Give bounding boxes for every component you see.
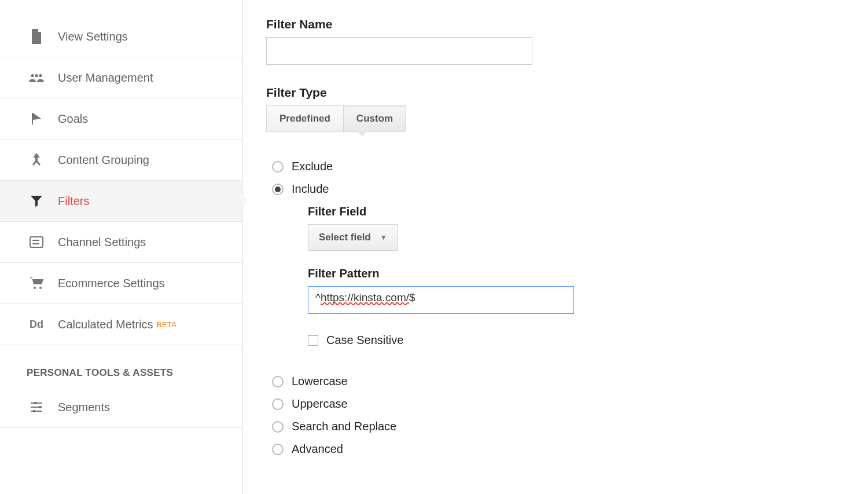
sidebar-item-label: Calculated Metrics <box>58 318 153 331</box>
filter-field-label: Filter Field <box>308 205 845 218</box>
radio-icon <box>272 398 284 410</box>
filter-name-input[interactable] <box>266 37 532 65</box>
svg-point-4 <box>34 287 36 289</box>
page-icon <box>29 29 44 44</box>
sidebar-item-label: Segments <box>58 401 110 414</box>
svg-rect-3 <box>30 237 43 247</box>
radio-label: Include <box>292 182 329 196</box>
filter-type-label: Filter Type <box>266 86 845 100</box>
sidebar-item-ecommerce-settings[interactable]: Ecommerce Settings <box>0 263 242 304</box>
svg-point-0 <box>31 74 34 77</box>
section-header-personal: PERSONAL TOOLS & ASSETS <box>0 345 242 387</box>
sidebar-item-channel-settings[interactable]: Channel Settings <box>0 222 242 263</box>
radio-exclude[interactable]: Exclude <box>272 160 845 173</box>
sidebar-item-segments[interactable]: Segments <box>0 387 242 428</box>
sidebar-item-content-grouping[interactable]: Content Grouping <box>0 140 242 181</box>
main-content: Filter Name Filter Type Predefined Custo… <box>243 0 868 494</box>
sidebar: View Settings User Management Goals Cont… <box>0 0 243 494</box>
funnel-icon <box>29 193 44 208</box>
radio-label: Exclude <box>292 160 333 173</box>
svg-rect-6 <box>34 402 36 404</box>
radio-search-replace[interactable]: Search and Replace <box>272 420 845 433</box>
sidebar-item-label: Ecommerce Settings <box>58 277 165 290</box>
radio-icon <box>272 421 284 433</box>
caret-down-icon: ▼ <box>380 233 387 241</box>
sidebar-item-label: View Settings <box>58 30 128 43</box>
beta-badge: BETA <box>157 320 177 329</box>
sidebar-item-label: Goals <box>58 112 88 126</box>
svg-point-1 <box>35 74 38 77</box>
radio-icon <box>272 444 284 455</box>
sidebar-item-label: User Management <box>58 71 153 85</box>
merge-icon <box>29 152 44 167</box>
svg-point-2 <box>39 74 42 77</box>
filter-field-select[interactable]: Select field ▼ <box>308 224 398 251</box>
checkbox-label: Case Sensitive <box>326 334 403 347</box>
sidebar-item-user-management[interactable]: User Management <box>0 57 242 98</box>
segments-icon <box>29 400 44 415</box>
filter-name-label: Filter Name <box>266 17 845 31</box>
checkbox-icon <box>308 335 318 346</box>
cart-icon <box>29 276 44 291</box>
radio-uppercase[interactable]: Uppercase <box>272 397 845 411</box>
sidebar-item-goals[interactable]: Goals <box>0 98 242 140</box>
svg-point-5 <box>39 287 42 289</box>
svg-rect-7 <box>39 406 41 408</box>
svg-rect-8 <box>33 410 35 412</box>
dd-icon: Dd <box>29 317 44 332</box>
radio-label: Uppercase <box>292 397 348 411</box>
case-sensitive-checkbox[interactable]: Case Sensitive <box>308 334 845 347</box>
radio-icon <box>272 376 284 387</box>
radio-include[interactable]: Include <box>272 182 845 196</box>
radio-icon <box>272 161 284 173</box>
tab-custom[interactable]: Custom <box>343 105 406 132</box>
flag-icon <box>29 111 44 126</box>
sidebar-item-label: Channel Settings <box>58 236 146 249</box>
radio-lowercase[interactable]: Lowercase <box>272 375 845 388</box>
tab-predefined[interactable]: Predefined <box>266 105 343 132</box>
filter-pattern-input[interactable]: ^https://kinsta.com/$ <box>308 286 574 314</box>
radio-icon <box>272 184 284 195</box>
sidebar-item-filters[interactable]: Filters <box>0 181 242 222</box>
radio-label: Search and Replace <box>292 420 396 433</box>
tab-arrow-icon <box>356 131 368 137</box>
sidebar-item-calculated-metrics[interactable]: Dd Calculated Metrics BETA <box>0 304 242 345</box>
radio-advanced[interactable]: Advanced <box>272 442 845 456</box>
channel-icon <box>29 235 44 250</box>
sidebar-item-view-settings[interactable]: View Settings <box>0 16 242 57</box>
sidebar-item-label: Filters <box>58 195 89 208</box>
filter-type-tabs: Predefined Custom <box>266 105 845 132</box>
filter-pattern-label: Filter Pattern <box>308 267 845 280</box>
select-value: Select field <box>319 232 371 243</box>
users-icon <box>29 70 44 85</box>
radio-label: Lowercase <box>292 375 348 388</box>
sidebar-item-label: Content Grouping <box>58 153 149 167</box>
radio-label: Advanced <box>292 442 343 456</box>
